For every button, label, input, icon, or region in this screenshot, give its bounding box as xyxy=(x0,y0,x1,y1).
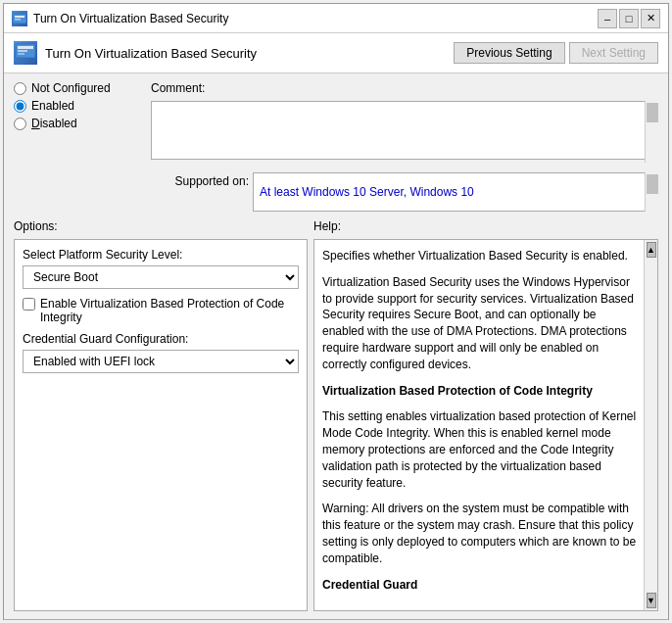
next-setting-button[interactable]: Next Setting xyxy=(569,42,658,64)
help-section-label: Help: xyxy=(313,219,658,233)
supported-label: Supported on: xyxy=(151,172,249,188)
not-configured-option[interactable]: Not Configured xyxy=(14,81,141,95)
footer: OK Cancel Apply xyxy=(4,619,668,623)
window-icon xyxy=(12,11,27,26)
header-title: Turn On Virtualization Based Security xyxy=(14,41,257,65)
supported-scrollbar[interactable] xyxy=(645,172,658,212)
content-area: Not Configured Enabled Disabled Comment: xyxy=(4,73,668,619)
supported-value: At least Windows 10 Server, Windows 10 xyxy=(253,172,658,212)
maximize-button[interactable]: □ xyxy=(619,9,639,28)
credential-select[interactable]: Disabled Enabled with UEFI lock Enabled … xyxy=(23,350,299,373)
enabled-label: Enabled xyxy=(31,99,74,113)
not-configured-label: Not Configured xyxy=(31,81,111,95)
disabled-label: Disabled xyxy=(31,117,77,130)
comment-scroll-thumb xyxy=(647,103,658,122)
title-bar-left: Turn On Virtualization Based Security xyxy=(12,11,228,26)
section-labels: Options: Help: xyxy=(14,219,658,233)
main-window: Turn On Virtualization Based Security – … xyxy=(3,3,669,620)
disabled-option[interactable]: Disabled xyxy=(14,117,141,130)
help-para-0: Specifies whether Virtualization Based S… xyxy=(322,248,640,264)
svg-rect-6 xyxy=(18,53,24,55)
prev-setting-button[interactable]: Previous Setting xyxy=(454,42,564,64)
not-configured-radio[interactable] xyxy=(14,82,26,95)
svg-rect-4 xyxy=(18,46,33,49)
svg-rect-1 xyxy=(15,16,24,18)
top-sections: Not Configured Enabled Disabled Comment: xyxy=(14,81,658,212)
help-text: Specifies whether Virtualization Based S… xyxy=(322,248,640,593)
minimize-button[interactable]: – xyxy=(598,9,617,28)
title-bar-controls: – □ ✕ xyxy=(598,9,660,28)
platform-select[interactable]: Secure Boot Secure Boot and DMA Protecti… xyxy=(23,265,299,289)
credential-section: Credential Guard Configuration: Disabled… xyxy=(23,332,299,373)
help-panel[interactable]: Specifies whether Virtualization Based S… xyxy=(313,239,658,611)
header-icon xyxy=(14,41,37,65)
comment-label: Comment: xyxy=(151,81,658,95)
comment-scrollbar[interactable] xyxy=(645,101,658,163)
window-title: Turn On Virtualization Based Security xyxy=(33,12,228,25)
comment-wrapper xyxy=(151,101,658,163)
close-button[interactable]: ✕ xyxy=(641,9,660,28)
supported-scroll-thumb xyxy=(647,174,658,194)
options-section-label: Options: xyxy=(14,219,308,233)
radio-column: Not Configured Enabled Disabled xyxy=(14,81,141,212)
supported-row: Supported on: At least Windows 10 Server… xyxy=(151,172,658,212)
platform-label: Select Platform Security Level: xyxy=(23,248,299,262)
two-column-section: Select Platform Security Level: Secure B… xyxy=(14,239,658,611)
scroll-up-arrow[interactable]: ▲ xyxy=(647,242,656,258)
code-integrity-row: Enable Virtualization Based Protection o… xyxy=(23,297,299,324)
enabled-option[interactable]: Enabled xyxy=(14,99,141,113)
header-title-text: Turn On Virtualization Based Security xyxy=(45,46,257,61)
credential-label: Credential Guard Configuration: xyxy=(23,332,299,346)
right-section: Comment: Supported on: At least Windows … xyxy=(151,81,658,212)
help-para-5: Credential Guard xyxy=(322,577,640,594)
scroll-down-arrow[interactable]: ▼ xyxy=(647,593,656,608)
header-buttons: Previous Setting Next Setting xyxy=(454,42,658,64)
platform-section: Select Platform Security Level: Secure B… xyxy=(23,248,299,289)
code-integrity-checkbox[interactable] xyxy=(23,298,35,311)
code-integrity-label: Enable Virtualization Based Protection o… xyxy=(40,297,299,324)
options-panel: Select Platform Security Level: Secure B… xyxy=(14,239,308,611)
disabled-radio[interactable] xyxy=(14,118,26,130)
supported-wrapper: At least Windows 10 Server, Windows 10 xyxy=(253,172,658,212)
svg-rect-2 xyxy=(15,19,21,21)
help-para-4: Warning: All drivers on the system must … xyxy=(322,501,640,566)
enabled-radio[interactable] xyxy=(14,100,26,113)
help-scrollbar[interactable]: ▲ ▼ xyxy=(644,240,657,610)
comment-textarea[interactable] xyxy=(151,101,658,160)
header-bar: Turn On Virtualization Based Security Pr… xyxy=(4,33,668,73)
help-para-3: This setting enables virtualization base… xyxy=(322,408,640,491)
help-para-2: Virtualization Based Protection of Code … xyxy=(322,383,640,400)
help-para-1: Virtualization Based Security uses the W… xyxy=(322,274,640,373)
svg-rect-5 xyxy=(18,50,27,52)
title-bar: Turn On Virtualization Based Security – … xyxy=(4,4,668,33)
